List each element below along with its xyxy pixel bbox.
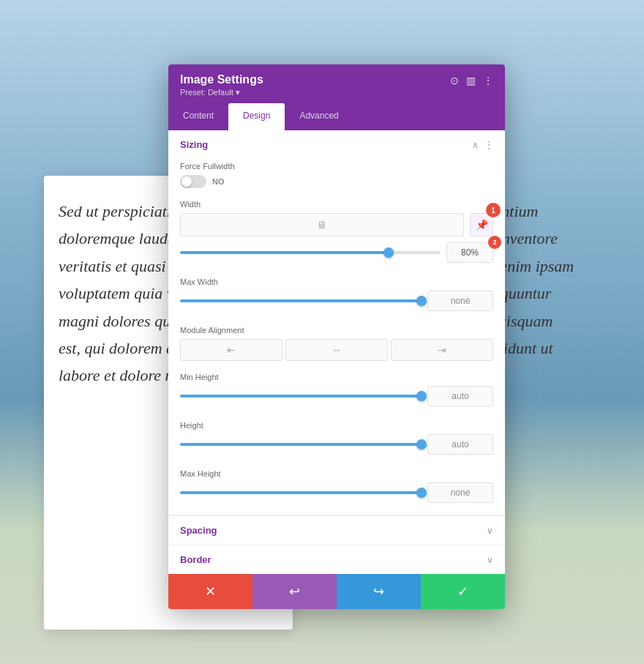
action-bar: ✕ ↩ ↪ ✓ xyxy=(168,574,505,609)
width-value-box[interactable]: 80% 2 xyxy=(446,242,493,263)
pin-btn-wrapper: 📌 1 xyxy=(470,213,493,236)
section-more-icon[interactable]: ⋮ xyxy=(484,140,493,150)
badge-1: 1 xyxy=(486,203,501,217)
toggle-row: NO xyxy=(180,175,493,188)
sizing-section-header: Sizing ∧ ⋮ xyxy=(168,130,505,159)
align-right-btn[interactable]: ⇥ xyxy=(391,339,493,361)
align-center-icon: ↔ xyxy=(332,344,342,356)
border-section[interactable]: Border ∨ xyxy=(168,545,505,574)
modal-header-left: Image Settings Preset: Default ▾ xyxy=(180,73,263,97)
undo-button[interactable]: ↩ xyxy=(252,574,337,609)
more-icon[interactable]: ⋮ xyxy=(483,75,493,86)
badge-2: 2 xyxy=(488,236,501,249)
modal-header: Image Settings Preset: Default ▾ ⊙ ▥ ⋮ xyxy=(168,64,505,103)
save-button[interactable]: ✓ xyxy=(421,574,505,609)
modal-tabs: Content Design Advanced xyxy=(168,103,505,130)
max-width-slider-track[interactable] xyxy=(180,299,422,302)
force-fullwidth-label: Force Fullwidth xyxy=(180,162,493,171)
max-height-slider-track[interactable] xyxy=(180,491,422,494)
collapse-icon[interactable]: ∧ xyxy=(472,140,479,150)
module-alignment-group: Module Alignment ⇤ ↔ ⇥ xyxy=(168,323,505,370)
height-slider-track[interactable] xyxy=(180,443,422,446)
section-header-icons: ∧ ⋮ xyxy=(472,140,493,150)
max-width-group: Max Width none xyxy=(168,275,505,323)
width-slider-track[interactable] xyxy=(180,251,441,254)
spacing-section[interactable]: Spacing ∨ xyxy=(168,515,505,545)
width-slider-row: 80% 2 xyxy=(180,242,493,263)
align-center-btn[interactable]: ↔ xyxy=(285,339,388,361)
max-width-label: Max Width xyxy=(180,277,493,286)
min-height-slider-thumb[interactable] xyxy=(416,391,427,401)
align-left-btn[interactable]: ⇤ xyxy=(180,339,282,361)
height-slider-row: auto xyxy=(180,434,493,455)
max-width-slider-fill xyxy=(180,299,422,302)
modal-preset[interactable]: Preset: Default ▾ xyxy=(180,88,263,97)
height-group: Height auto xyxy=(168,418,505,466)
toggle-label: NO xyxy=(212,177,225,186)
height-slider-fill xyxy=(180,443,422,446)
width-input-box[interactable]: 🖥 xyxy=(180,213,464,236)
min-height-slider-fill xyxy=(180,395,422,398)
height-value[interactable]: auto xyxy=(427,434,493,455)
fullwidth-toggle[interactable] xyxy=(180,175,206,188)
max-height-slider-thumb[interactable] xyxy=(416,488,427,498)
sizing-title: Sizing xyxy=(180,139,208,150)
monitor-icon: 🖥 xyxy=(317,219,327,231)
min-height-group: Min Height auto xyxy=(168,370,505,418)
height-label: Height xyxy=(180,421,493,430)
force-fullwidth-group: Force Fullwidth NO xyxy=(168,159,505,197)
align-left-icon: ⇤ xyxy=(227,344,236,356)
modal-header-icons: ⊙ ▥ ⋮ xyxy=(450,75,493,86)
max-width-slider-row: none xyxy=(180,291,493,311)
cancel-button[interactable]: ✕ xyxy=(168,574,252,609)
min-height-slider-row: auto xyxy=(180,386,493,406)
image-settings-modal: Image Settings Preset: Default ▾ ⊙ ▥ ⋮ C… xyxy=(168,64,505,609)
width-label: Width xyxy=(180,200,493,209)
max-width-value[interactable]: none xyxy=(427,291,493,311)
max-width-slider-thumb[interactable] xyxy=(416,296,427,306)
max-height-value[interactable]: none xyxy=(427,482,493,503)
toggle-knob xyxy=(181,176,192,187)
redo-button[interactable]: ↪ xyxy=(337,574,421,609)
tab-advanced[interactable]: Advanced xyxy=(285,103,353,130)
max-height-slider-fill xyxy=(180,491,422,494)
tab-design[interactable]: Design xyxy=(228,103,285,130)
width-group: Width 🖥 📌 1 80% xyxy=(168,197,505,275)
sizing-section: Sizing ∧ ⋮ Force Fullwidth NO Width xyxy=(168,130,505,515)
min-height-value[interactable]: auto xyxy=(427,386,493,406)
border-title: Border xyxy=(180,554,211,565)
columns-icon[interactable]: ▥ xyxy=(466,75,476,86)
modal-body: Sizing ∧ ⋮ Force Fullwidth NO Width xyxy=(168,130,505,574)
max-height-label: Max Height xyxy=(180,469,493,478)
width-slider-fill xyxy=(180,251,389,254)
spacing-chevron-icon: ∨ xyxy=(487,526,493,536)
alignment-row: ⇤ ↔ ⇥ xyxy=(180,339,493,361)
min-height-slider-track[interactable] xyxy=(180,395,422,398)
settings-icon[interactable]: ⊙ xyxy=(450,75,459,86)
spacing-title: Spacing xyxy=(180,525,217,536)
width-slider-thumb[interactable] xyxy=(383,247,394,258)
max-height-group: Max Height none xyxy=(168,466,505,515)
border-chevron-icon: ∨ xyxy=(487,555,493,565)
min-height-label: Min Height xyxy=(180,373,493,381)
tab-content[interactable]: Content xyxy=(168,103,228,130)
module-alignment-label: Module Alignment xyxy=(180,326,493,335)
align-right-icon: ⇥ xyxy=(438,344,446,356)
max-height-slider-row: none xyxy=(180,482,493,503)
width-input-row: 🖥 📌 1 xyxy=(180,213,493,236)
modal-title: Image Settings xyxy=(180,73,263,86)
height-slider-thumb[interactable] xyxy=(416,439,427,449)
